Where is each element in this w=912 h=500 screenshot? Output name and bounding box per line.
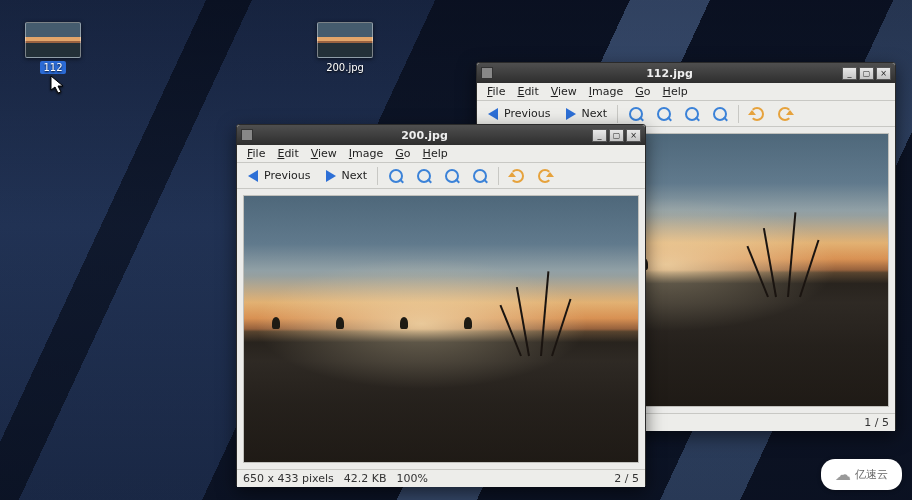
status-dimensions: 650 x 433 pixels [243,472,334,485]
zoom-100-icon [472,168,488,184]
menubar: File Edit View Image Go Help [477,83,895,101]
previous-button[interactable]: Previous [481,104,555,124]
zoom-in-icon [628,106,644,122]
rotate-ccw-icon [749,106,765,122]
minimize-button[interactable]: _ [592,129,607,142]
rotate-ccw-icon [509,168,525,184]
arrow-right-icon [323,168,339,184]
zoom-100-icon [712,106,728,122]
separator [377,167,378,185]
rotate-cw-icon [537,168,553,184]
menu-go[interactable]: Go [389,146,416,161]
zoom-100-button[interactable] [708,104,732,124]
rotate-cw-button[interactable] [533,166,557,186]
menu-view[interactable]: View [545,84,583,99]
zoom-in-button[interactable] [384,166,408,186]
close-button[interactable]: × [626,129,641,142]
watermark: ☁ 亿速云 [821,459,902,490]
rotate-ccw-button[interactable] [745,104,769,124]
cloud-icon: ☁ [835,465,851,484]
zoom-out-button[interactable] [412,166,436,186]
statusbar: 650 x 433 pixels 42.2 KB 100% 2 / 5 [237,469,645,487]
watermark-text: 亿速云 [855,467,888,482]
desktop-icon-200[interactable]: 200.jpg [310,22,380,74]
zoom-fit-icon [684,106,700,122]
minimize-button[interactable]: _ [842,67,857,80]
next-button[interactable]: Next [319,166,372,186]
menu-help[interactable]: Help [417,146,454,161]
toolbar: Previous Next [237,163,645,189]
menu-edit[interactable]: Edit [271,146,304,161]
rotate-ccw-button[interactable] [505,166,529,186]
zoom-in-icon [388,168,404,184]
separator [738,105,739,123]
app-icon [241,129,253,141]
rotate-cw-icon [777,106,793,122]
desktop-icon-label: 112 [40,61,65,74]
zoom-fit-icon [444,168,460,184]
arrow-left-icon [245,168,261,184]
desktop-icon-112[interactable]: 112 [18,22,88,74]
arrow-right-icon [563,106,579,122]
menu-help[interactable]: Help [657,84,694,99]
window-title: 112.jpg [499,67,840,80]
zoom-out-button[interactable] [652,104,676,124]
previous-button[interactable]: Previous [241,166,315,186]
menu-file[interactable]: File [241,146,271,161]
zoom-100-button[interactable] [468,166,492,186]
maximize-button[interactable]: ▢ [609,129,624,142]
zoom-fit-button[interactable] [440,166,464,186]
zoom-in-button[interactable] [624,104,648,124]
menu-image[interactable]: Image [583,84,629,99]
window-200[interactable]: 200.jpg _ ▢ × File Edit View Image Go He… [236,124,646,486]
close-button[interactable]: × [876,67,891,80]
menu-image[interactable]: Image [343,146,389,161]
status-counter: 2 / 5 [614,472,639,485]
status-zoom: 100% [397,472,428,485]
mouse-cursor [50,75,66,95]
menubar: File Edit View Image Go Help [237,145,645,163]
separator [617,105,618,123]
menu-file[interactable]: File [481,84,511,99]
titlebar[interactable]: 200.jpg _ ▢ × [237,125,645,145]
status-filesize: 42.2 KB [344,472,387,485]
arrow-left-icon [485,106,501,122]
image-viewport[interactable] [237,189,645,469]
desktop-icon-label: 200.jpg [323,61,367,74]
maximize-button[interactable]: ▢ [859,67,874,80]
titlebar[interactable]: 112.jpg _ ▢ × [477,63,895,83]
rotate-cw-button[interactable] [773,104,797,124]
menu-edit[interactable]: Edit [511,84,544,99]
zoom-out-icon [416,168,432,184]
thumbnail-200 [317,22,373,58]
photo-200 [243,195,639,463]
app-icon [481,67,493,79]
next-button[interactable]: Next [559,104,612,124]
menu-view[interactable]: View [305,146,343,161]
window-title: 200.jpg [259,129,590,142]
menu-go[interactable]: Go [629,84,656,99]
status-counter: 1 / 5 [864,416,889,429]
thumbnail-112 [25,22,81,58]
zoom-out-icon [656,106,672,122]
zoom-fit-button[interactable] [680,104,704,124]
separator [498,167,499,185]
